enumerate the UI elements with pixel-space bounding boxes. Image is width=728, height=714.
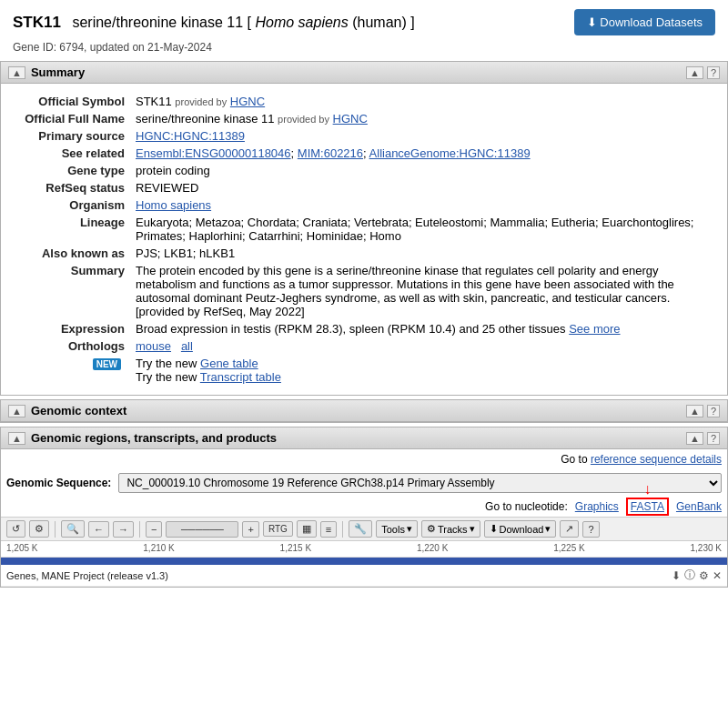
track-close-icon[interactable]: ✕ [713,569,722,582]
hgnc-link[interactable]: HGNC [230,95,265,108]
nucleotide-row: Go to nucleotide: Graphics ↓ FASTA GenBa… [1,497,727,517]
chromosome-track [1,558,727,565]
ensembl-link[interactable]: Ensembl:ENSG00000118046 [136,146,291,160]
download-datasets-button[interactable]: Download Datasets [574,9,715,35]
official-symbol-row: Official Symbol STK11 provided by HGNC [14,93,714,110]
scale-track: 1,205 K 1,210 K 1,215 K 1,220 K 1,225 K … [1,541,727,558]
toolbar-sep-2 [139,521,140,538]
marker-btn[interactable]: ≡ [320,521,337,538]
hgnc-fullname-link[interactable]: HGNC [333,112,368,126]
new-badge: NEW [93,358,121,370]
genome-toolbar: ↺ ⚙ 🔍 ← → − ────── + RTG ▦ ≡ 🔧 Tools ⚙ T… [1,517,727,541]
tracks-dropdown[interactable]: ⚙ Tracks [421,520,480,538]
expression-row: Expression Broad expression in testis (R… [14,320,714,337]
lineage-label: Lineage [14,214,132,245]
summary-text-row: Summary The protein encoded by this gene… [14,262,714,320]
zoom-slider[interactable]: ────── [166,521,238,538]
download-dropdown[interactable]: ⬇ Download [484,520,557,538]
genomic-context-help-icon[interactable]: ? [707,405,720,417]
toolbar-sep-1 [55,521,56,538]
page-header: STK11 serine/threonine kinase 11 [ Homo … [0,0,728,41]
genbank-link[interactable]: GenBank [676,500,722,513]
gene-table-link[interactable]: Gene table [200,357,258,370]
genomic-seq-select[interactable]: NC_000019.10 Chromosome 19 Reference GRC… [118,473,722,493]
zoom-in-btn[interactable]: + [242,521,258,538]
official-symbol-value: STK11 provided by HGNC [132,93,714,110]
see-related-value: Ensembl:ENSG00000118046; MIM:602216; All… [132,145,714,162]
grid-btn[interactable]: ▦ [297,520,317,538]
forward-btn[interactable]: → [113,521,134,538]
download-label: Download [500,524,544,535]
alliance-genome-link[interactable]: AllianceGenome:HGNC:11389 [369,146,531,160]
genomic-regions-header-left: ▲ Genomic regions, transcripts, and prod… [8,431,277,445]
gene-type-value: protein coding [132,162,714,179]
zoom-out-btn[interactable]: − [146,521,162,538]
new-badge-cell: NEW [14,355,132,386]
share-btn[interactable]: ↗ [560,520,579,538]
gene-title-block: STK11 serine/threonine kinase 11 [ Homo … [13,14,415,32]
back-btn[interactable]: ← [88,521,109,538]
genomic-regions-up-icon[interactable]: ▲ [686,432,703,445]
search-btn[interactable]: 🔍 [61,520,85,538]
mouse-link[interactable]: mouse [136,339,171,353]
scale-label-3: 1,215 K [280,543,311,553]
gene-track-label: Genes, MANE Project (release v1.3) [6,570,664,581]
summary-header-left: ▲ Summary [8,65,85,79]
toolbar-sep-3 [342,521,343,538]
help-btn[interactable]: ? [582,521,599,538]
orthologs-value: mouse all [132,337,714,355]
summary-header[interactable]: ▲ Summary ▲ ? [1,62,727,84]
genomic-seq-row: Genomic Sequence: NC_000019.10 Chromosom… [1,469,727,497]
gene-full-name: serine/threonine kinase 11 [ Homo sapien… [65,15,415,30]
summary-header-right: ▲ ? [686,66,720,79]
ref-seq-go-to-text: Go to [561,453,591,466]
settings-btn[interactable]: ⚙ [29,520,49,538]
transcript-table-link[interactable]: Transcript table [200,370,281,384]
refresh-btn[interactable]: ↺ [6,520,25,538]
tools-dropdown[interactable]: Tools [376,520,418,538]
scale-label-4: 1,220 K [417,543,448,553]
primary-source-row: Primary source HGNC:HGNC:11389 [14,127,714,145]
scale-label-6: 1,230 K [690,543,721,553]
tracks-label: Tracks [438,524,468,535]
track-circle-icon[interactable]: ⓘ [684,568,695,583]
mim-link[interactable]: MIM:602216 [298,146,363,160]
see-more-link[interactable]: See more [569,322,620,336]
wrench-btn[interactable]: 🔧 [349,520,372,538]
genomic-context-title: Genomic context [31,404,126,417]
gene-id: Gene ID: 6794, updated on 21-May-2024 [0,41,728,61]
fasta-arrow-indicator: ↓ [643,482,651,497]
orthologs-row: Orthologs mouse all [14,337,714,355]
track-settings-icon[interactable]: ⚙ [699,569,709,582]
official-fullname-label: Official Full Name [14,110,132,127]
official-symbol-label: Official Symbol [14,93,132,110]
official-fullname-value: serine/threonine kinase 11 provided by H… [132,110,714,127]
summary-help-icon[interactable]: ? [707,66,720,79]
genomic-context-header[interactable]: ▲ Genomic context ▲ ? [1,400,727,422]
genomic-context-collapse-btn[interactable]: ▲ [8,405,25,417]
genomic-regions-help-icon[interactable]: ? [707,432,720,445]
track-down-icon[interactable]: ⬇ [672,569,681,582]
genomic-regions-header[interactable]: ▲ Genomic regions, transcripts, and prod… [1,427,727,449]
organism-link[interactable]: Homo sapiens [136,198,211,212]
gene-symbol: STK11 [13,14,61,31]
genomic-context-up-icon[interactable]: ▲ [686,405,703,417]
primary-source-link[interactable]: HGNC:HGNC:11389 [136,129,245,143]
all-orthologs-link[interactable]: all [181,339,193,353]
summary-collapse-btn[interactable]: ▲ [8,66,25,79]
genomic-context-panel: ▲ Genomic context ▲ ? [0,399,728,423]
tracks-icon: ⚙ [427,523,436,535]
rtg-btn[interactable]: RTG [263,521,293,537]
scale-labels: 1,205 K 1,210 K 1,215 K 1,220 K 1,225 K … [1,543,727,553]
gene-table-row: NEW Try the new Gene table Try the new T… [14,355,714,386]
genomic-regions-collapse-btn[interactable]: ▲ [8,432,25,445]
ref-seq-link[interactable]: reference sequence details [591,453,722,466]
scale-label-5: 1,225 K [553,543,584,553]
fasta-link[interactable]: FASTA [626,498,669,516]
lineage-row: Lineage Eukaryota; Metazoa; Chordata; Cr… [14,214,714,245]
graphics-link[interactable]: Graphics [575,500,619,513]
summary-up-icon[interactable]: ▲ [686,66,703,79]
organism-value: Homo sapiens [132,196,714,214]
official-fullname-row: Official Full Name serine/threonine kina… [14,110,714,127]
gene-type-label: Gene type [14,162,132,179]
